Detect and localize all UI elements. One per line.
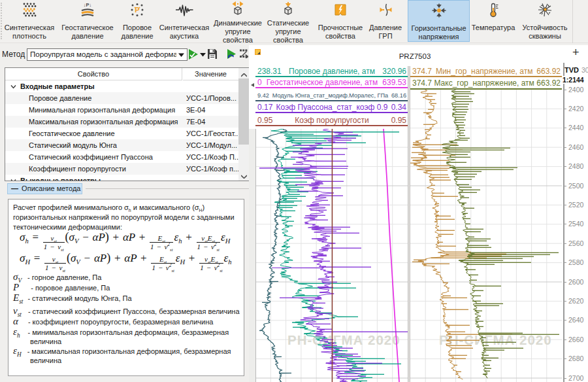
svg-text:РН-СИГМА 2020: РН-СИГМА 2020 [287,332,400,347]
svg-text:P: P [135,6,139,14]
svg-text:↓P↓: ↓P↓ [84,2,92,8]
